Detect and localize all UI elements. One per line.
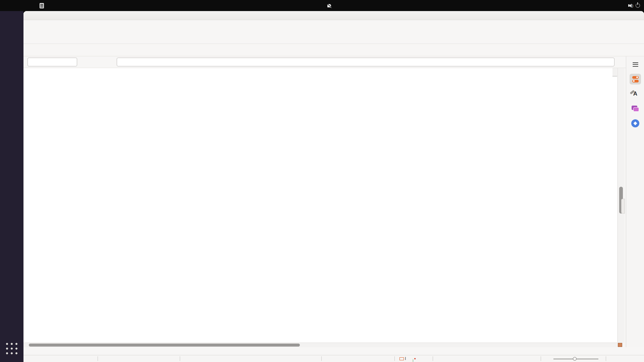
title-bar[interactable]	[23, 11, 644, 20]
status-bar: I ↓●	[23, 355, 644, 362]
gallery-icon	[632, 106, 639, 112]
clock-button[interactable]	[325, 0, 331, 11]
formatting-toolbar	[23, 44, 644, 56]
activities-button[interactable]	[3, 0, 9, 11]
split-handle[interactable]	[618, 343, 622, 347]
select-function-button[interactable]	[91, 58, 105, 66]
libreoffice-calc-icon	[40, 3, 44, 8]
formula-bar	[23, 56, 626, 68]
header-filler	[612, 68, 617, 76]
notifications-muted-icon	[327, 4, 331, 7]
sidebar-tab-strip: A	[626, 56, 644, 347]
sheet-tab-bar	[23, 347, 644, 355]
horizontal-scrollbar-thumb[interactable]	[29, 344, 300, 347]
zoom-slider[interactable]	[553, 359, 598, 359]
navigator-compass-icon	[631, 119, 639, 127]
expand-formula-bar-button[interactable]	[616, 58, 624, 66]
horizontal-scrollbar[interactable]	[23, 343, 617, 347]
sidebar-functions-button[interactable]	[630, 133, 641, 143]
focused-app-menu[interactable]	[40, 0, 46, 11]
show-applications-button[interactable]	[5, 342, 19, 356]
selection-mode-icon[interactable]: I	[399, 355, 406, 362]
menu-bar	[23, 20, 644, 31]
function-wizard-button[interactable]	[80, 58, 91, 66]
input-line[interactable]	[117, 58, 614, 66]
system-status-area[interactable]: )	[628, 0, 640, 11]
power-icon	[636, 3, 640, 8]
speaker-icon: )	[628, 4, 633, 8]
ubuntu-dock	[0, 11, 23, 362]
gnome-top-bar: )	[0, 0, 644, 11]
libreoffice-calc-window: I ↓● A	[23, 11, 644, 362]
properties-icon	[632, 76, 639, 82]
sidebar-styles-button[interactable]: A	[630, 88, 641, 99]
name-box[interactable]	[28, 58, 77, 66]
sidebar-navigator-button[interactable]	[630, 118, 641, 129]
sidebar-collapse-button[interactable]	[621, 199, 625, 214]
styles-icon: A	[633, 90, 637, 97]
sidebar-settings-button[interactable]	[630, 59, 641, 70]
sidebar-properties-button[interactable]	[630, 74, 641, 84]
zoom-slider-thumb[interactable]	[573, 357, 577, 361]
formula-button[interactable]	[106, 58, 115, 66]
hamburger-icon	[633, 62, 638, 67]
sidebar-gallery-button[interactable]	[630, 103, 641, 114]
document-modified-icon[interactable]: ↓●	[412, 355, 416, 362]
standard-toolbar	[23, 31, 644, 44]
sheet-area	[23, 68, 617, 343]
